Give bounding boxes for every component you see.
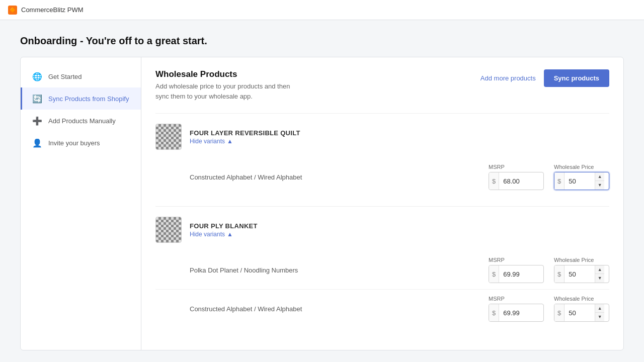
variant-1-wholesale-group: Wholesale Price $ ▲ ▼ — [554, 164, 609, 190]
variant-2a-name: Polka Dot Planet / Noodling Numbers — [155, 266, 489, 274]
variant-2b-wholesale-input[interactable] — [565, 306, 595, 320]
variant-2b-decrement-btn[interactable]: ▼ — [595, 313, 604, 321]
app-title: CommerceBlitz PWM — [21, 6, 84, 14]
person-icon: 👤 — [32, 138, 42, 148]
variant-2b-msrp-input-wrapper: $ — [489, 304, 544, 322]
currency-symbol: $ — [554, 265, 565, 283]
variant-1-spinners: ▲ ▼ — [595, 172, 604, 190]
sidebar-item-get-started[interactable]: 🌐 Get Started — [21, 65, 141, 87]
sidebar: 🌐 Get Started 🔄 Sync Products from Shopi… — [21, 57, 141, 350]
variant-2a-decrement-btn[interactable]: ▼ — [595, 274, 604, 283]
wholesale-label-2b: Wholesale Price — [554, 296, 609, 302]
variant-2b-name: Constructed Alphabet / Wired Alphabet — [155, 305, 489, 313]
product-1-header: FOUR LAYER REVERSIBLE QUILT Hide variant… — [155, 124, 609, 150]
variant-2a-msrp-group: MSRP $ — [489, 257, 544, 283]
variant-2a-msrp-input[interactable] — [499, 267, 529, 281]
add-box-icon: ➕ — [32, 116, 42, 126]
variant-2b-msrp-group: MSRP $ — [489, 296, 544, 322]
variant-2a-increment-btn[interactable]: ▲ — [595, 265, 604, 274]
variant-2a-msrp-input-wrapper: $ — [489, 265, 544, 283]
page-title: Onboarding - You're off to a great start… — [20, 35, 207, 46]
sidebar-item-invite-buyers[interactable]: 👤 Invite your buyers — [21, 132, 141, 154]
product-2-info: FOUR PLY BLANKET Hide variants ▲ — [190, 222, 258, 238]
sidebar-item-sync-products[interactable]: 🔄 Sync Products from Shopify — [21, 87, 141, 110]
product-1-info: FOUR LAYER REVERSIBLE QUILT Hide variant… — [190, 129, 300, 145]
variant-2a-price-fields: MSRP $ Wholesale Price $ — [489, 257, 609, 283]
variant-1-increment-btn[interactable]: ▲ — [595, 172, 604, 181]
section-actions: Add more products Sync products — [480, 69, 609, 87]
app-icon: 🔶 — [8, 6, 17, 15]
wholesale-label: Wholesale Price — [554, 164, 609, 170]
product-1-name: FOUR LAYER REVERSIBLE QUILT — [190, 129, 300, 137]
section-desc: Add wholesale price to your products and… — [155, 81, 290, 101]
sidebar-item-add-manually[interactable]: ➕ Add Products Manually — [21, 110, 141, 132]
variant-row-2b: Constructed Alphabet / Wired Alphabet MS… — [155, 289, 609, 328]
variant-1-msrp-input[interactable] — [499, 174, 529, 188]
globe-icon: 🌐 — [32, 71, 42, 81]
product-1-thumbnail — [155, 124, 182, 150]
sync-icon: 🔄 — [32, 94, 42, 104]
variant-row-1: Constructed Alphabet / Wired Alphabet MS… — [155, 158, 609, 196]
product-2-thumbnail — [155, 217, 182, 243]
section-header: Wholesale Products Add wholesale price t… — [155, 69, 609, 101]
product-section-2: FOUR PLY BLANKET Hide variants ▲ Polka D… — [155, 206, 609, 338]
currency-symbol: $ — [489, 304, 499, 321]
variant-1-wholesale-input[interactable] — [565, 174, 595, 188]
section-title: Wholesale Products — [155, 69, 290, 79]
sync-products-button[interactable]: Sync products — [544, 69, 609, 87]
product-2-name: FOUR PLY BLANKET — [190, 222, 258, 230]
variant-1-name: Constructed Alphabet / Wired Alphabet — [155, 173, 489, 181]
currency-symbol: $ — [554, 172, 565, 190]
variant-1-price-fields: MSRP $ Wholesale Price $ — [489, 164, 609, 190]
variant-1-decrement-btn[interactable]: ▼ — [595, 181, 604, 190]
product-section-1: FOUR LAYER REVERSIBLE QUILT Hide variant… — [155, 113, 609, 206]
product-1-hide-variants[interactable]: Hide variants ▲ — [190, 138, 300, 145]
currency-symbol: $ — [489, 172, 499, 190]
product-2-hide-variants[interactable]: Hide variants ▲ — [190, 231, 258, 238]
variant-1-msrp-input-wrapper: $ — [489, 172, 544, 190]
variant-2b-wholesale-input-wrapper: $ ▲ ▼ — [554, 304, 609, 322]
main-content: Wholesale Products Add wholesale price t… — [141, 57, 623, 350]
variant-2a-wholesale-input-wrapper: $ ▲ ▼ — [554, 265, 609, 283]
sidebar-item-label: Get Started — [48, 73, 82, 80]
section-info: Wholesale Products Add wholesale price t… — [155, 69, 290, 101]
msrp-label-2b: MSRP — [489, 296, 544, 302]
variant-2b-wholesale-group: Wholesale Price $ ▲ ▼ — [554, 296, 609, 322]
content-area: 🌐 Get Started 🔄 Sync Products from Shopi… — [20, 57, 624, 350]
page-header: Onboarding - You're off to a great start… — [20, 35, 624, 47]
msrp-label: MSRP — [489, 164, 544, 170]
variant-2b-msrp-input[interactable] — [499, 306, 529, 320]
top-bar: 🔶 CommerceBlitz PWM — [0, 0, 644, 20]
sidebar-item-label: Add Products Manually — [48, 117, 116, 125]
add-more-products-link[interactable]: Add more products — [480, 74, 536, 82]
variant-1-wholesale-input-wrapper: $ ▲ ▼ — [554, 172, 609, 190]
wholesale-label-2a: Wholesale Price — [554, 257, 609, 263]
variant-2a-wholesale-input[interactable] — [565, 267, 595, 281]
variant-2b-increment-btn[interactable]: ▲ — [595, 304, 604, 313]
variant-1-msrp-group: MSRP $ — [489, 164, 544, 190]
main-container: Onboarding - You're off to a great start… — [0, 20, 644, 362]
currency-symbol: $ — [554, 304, 565, 321]
variant-row-2a: Polka Dot Planet / Noodling Numbers MSRP… — [155, 251, 609, 289]
variant-2a-wholesale-group: Wholesale Price $ ▲ ▼ — [554, 257, 609, 283]
msrp-label-2a: MSRP — [489, 257, 544, 263]
variant-2b-price-fields: MSRP $ Wholesale Price $ — [489, 296, 609, 322]
variant-2b-spinners: ▲ ▼ — [595, 304, 604, 321]
product-2-header: FOUR PLY BLANKET Hide variants ▲ — [155, 217, 609, 243]
sidebar-item-label: Invite your buyers — [48, 139, 100, 147]
variant-2a-spinners: ▲ ▼ — [595, 265, 604, 283]
currency-symbol: $ — [489, 265, 499, 283]
sidebar-item-label: Sync Products from Shopify — [48, 95, 129, 103]
